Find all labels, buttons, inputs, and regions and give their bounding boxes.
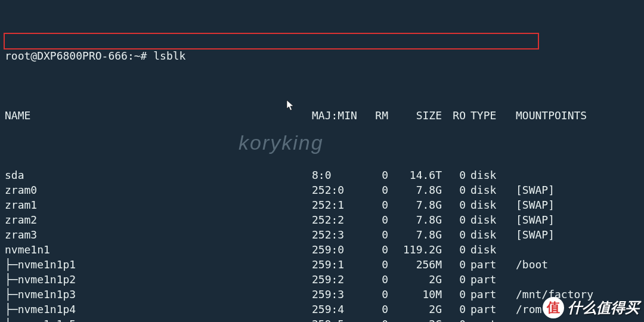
- device-name: ├─nvme1n1p3: [5, 287, 312, 302]
- size: 7.8G: [388, 227, 442, 242]
- size: 7.8G: [388, 197, 442, 212]
- command: lsblk: [153, 49, 185, 62]
- ro: 0: [442, 227, 466, 242]
- size: 2G: [388, 272, 442, 287]
- device-name: zram3: [5, 227, 312, 242]
- type: part: [466, 287, 507, 302]
- hdr-ro: RO: [442, 108, 466, 123]
- majmin: 259:2: [312, 272, 360, 287]
- table-row: nvme1n1259:00119.2G0disk: [5, 242, 639, 257]
- device-name: ├─nvme1n1p4: [5, 302, 312, 317]
- rm: 0: [360, 287, 388, 302]
- type: disk: [466, 242, 507, 257]
- ro: 0: [442, 242, 466, 257]
- device-name: zram2: [5, 212, 312, 227]
- device-name: sda: [5, 168, 312, 182]
- size: 2G: [388, 317, 442, 322]
- ro: 0: [442, 287, 466, 302]
- hdr-size: SIZE: [388, 108, 442, 123]
- source-badge: 值 什么值得买: [543, 297, 639, 318]
- type: part: [466, 257, 507, 272]
- type: disk: [466, 197, 507, 212]
- lsblk-header: NAME MAJ:MIN RM SIZE RO TYPE MOUNTPOINTS: [5, 108, 639, 123]
- mountpoint: [SWAP]: [507, 212, 627, 227]
- hdr-name: NAME: [5, 108, 312, 123]
- device-name: zram0: [5, 182, 312, 197]
- prompt-line-1: root@DXP6800PRO-666:~# lsblk: [5, 48, 639, 63]
- hdr-majmin: MAJ:MIN: [312, 108, 360, 123]
- type: disk: [466, 168, 507, 182]
- device-name: ├─nvme1n1p5: [5, 317, 312, 322]
- type: disk: [466, 227, 507, 242]
- mountpoint: [SWAP]: [507, 197, 627, 212]
- table-row: zram1252:107.8G0disk[SWAP]: [5, 197, 639, 212]
- ro: 0: [442, 317, 466, 322]
- table-row: sda8:0014.6T0disk: [5, 168, 639, 182]
- mountpoint: [SWAP]: [507, 227, 627, 242]
- hdr-rm: RM: [360, 108, 388, 123]
- table-row: zram0252:007.8G0disk[SWAP]: [5, 182, 639, 197]
- rm: 0: [360, 227, 388, 242]
- rm: 0: [360, 257, 388, 272]
- shell-prompt: root@DXP6800PRO-666:~#: [5, 49, 153, 62]
- mountpoint: /boot: [507, 257, 627, 272]
- rm: 0: [360, 317, 388, 322]
- badge-text: 什么值得买: [568, 298, 639, 317]
- majmin: 8:0: [312, 168, 360, 182]
- hdr-mountpoints: MOUNTPOINTS: [507, 108, 627, 123]
- device-name: zram1: [5, 197, 312, 212]
- size: 14.6T: [388, 168, 442, 182]
- majmin: 252:3: [312, 227, 360, 242]
- ro: 0: [442, 272, 466, 287]
- rm: 0: [360, 197, 388, 212]
- rm: 0: [360, 242, 388, 257]
- table-row: ├─nvme1n1p2259:202G0part: [5, 272, 639, 287]
- ro: 0: [442, 257, 466, 272]
- type: part: [466, 272, 507, 287]
- rm: 0: [360, 168, 388, 182]
- hdr-type: TYPE: [466, 108, 507, 123]
- type: part: [466, 302, 507, 317]
- ro: 0: [442, 212, 466, 227]
- majmin: 259:1: [312, 257, 360, 272]
- device-name: ├─nvme1n1p2: [5, 272, 312, 287]
- rm: 0: [360, 182, 388, 197]
- table-row: ├─nvme1n1p1259:10256M0part/boot: [5, 257, 639, 272]
- table-row: zram2252:207.8G0disk[SWAP]: [5, 212, 639, 227]
- ro: 0: [442, 168, 466, 182]
- mountpoint: [507, 272, 627, 287]
- device-name: ├─nvme1n1p1: [5, 257, 312, 272]
- rm: 0: [360, 272, 388, 287]
- majmin: 259:3: [312, 287, 360, 302]
- type: disk: [466, 182, 507, 197]
- size: 256M: [388, 257, 442, 272]
- majmin: 259:0: [312, 242, 360, 257]
- size: 7.8G: [388, 212, 442, 227]
- terminal-output: root@DXP6800PRO-666:~# lsblk NAME MAJ:MI…: [0, 0, 644, 322]
- rm: 0: [360, 212, 388, 227]
- size: 119.2G: [388, 242, 442, 257]
- majmin: 252:1: [312, 197, 360, 212]
- ro: 0: [442, 182, 466, 197]
- mountpoint: [SWAP]: [507, 182, 627, 197]
- ro: 0: [442, 197, 466, 212]
- table-row: zram3252:307.8G0disk[SWAP]: [5, 227, 639, 242]
- type: part: [466, 317, 507, 322]
- majmin: 252:0: [312, 182, 360, 197]
- badge-circle-icon: 值: [543, 297, 564, 318]
- device-name: nvme1n1: [5, 242, 312, 257]
- mountpoint: [507, 168, 627, 182]
- size: 7.8G: [388, 182, 442, 197]
- ro: 0: [442, 302, 466, 317]
- majmin: 259:4: [312, 302, 360, 317]
- size: 2G: [388, 302, 442, 317]
- majmin: 252:2: [312, 212, 360, 227]
- mountpoint: [507, 242, 627, 257]
- majmin: 259:5: [312, 317, 360, 322]
- size: 10M: [388, 287, 442, 302]
- rm: 0: [360, 302, 388, 317]
- type: disk: [466, 212, 507, 227]
